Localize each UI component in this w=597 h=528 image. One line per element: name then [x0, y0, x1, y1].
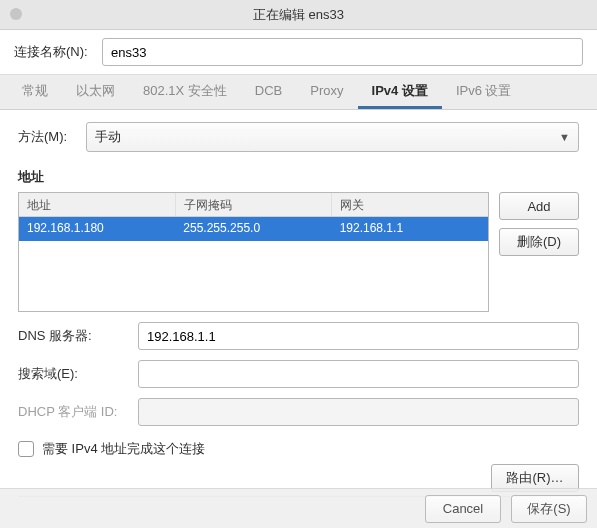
dhcp-client-id-label: DHCP 客户端 ID: [18, 403, 128, 421]
addresses-area: 地址 子网掩码 网关 192.168.1.180 255.255.255.0 1… [18, 192, 579, 312]
cell-gateway: 192.168.1.1 [332, 217, 488, 241]
chevron-down-icon: ▼ [559, 131, 570, 143]
address-buttons: Add 删除(D) [499, 192, 579, 312]
require-ipv4-row: 需要 IPv4 地址完成这个连接 [18, 440, 579, 458]
connection-name-input[interactable] [102, 38, 583, 66]
require-ipv4-checkbox[interactable] [18, 441, 34, 457]
tab-dcb[interactable]: DCB [241, 75, 296, 109]
method-combobox[interactable]: 手动 ▼ [86, 122, 579, 152]
col-netmask: 子网掩码 [176, 193, 333, 216]
dns-row: DNS 服务器: [18, 322, 579, 350]
tab-ethernet[interactable]: 以太网 [62, 75, 129, 109]
titlebar: 正在编辑 ens33 [0, 0, 597, 30]
search-domains-label: 搜索域(E): [18, 365, 128, 383]
dns-input[interactable] [138, 322, 579, 350]
method-value: 手动 [95, 128, 121, 146]
search-row: 搜索域(E): [18, 360, 579, 388]
col-address: 地址 [19, 193, 176, 216]
cancel-button[interactable]: Cancel [425, 495, 501, 523]
search-domains-input[interactable] [138, 360, 579, 388]
cell-address: 192.168.1.180 [19, 217, 175, 241]
tab-proxy[interactable]: Proxy [296, 75, 357, 109]
cell-netmask: 255.255.255.0 [175, 217, 331, 241]
dialog-footer: Cancel 保存(S) [0, 488, 597, 528]
tabs: 常规 以太网 802.1X 安全性 DCB Proxy IPv4 设置 IPv6… [0, 74, 597, 110]
tab-security[interactable]: 802.1X 安全性 [129, 75, 241, 109]
addresses-table[interactable]: 地址 子网掩码 网关 192.168.1.180 255.255.255.0 1… [18, 192, 489, 312]
require-ipv4-label: 需要 IPv4 地址完成这个连接 [42, 440, 205, 458]
window-title: 正在编辑 ens33 [253, 6, 344, 24]
save-button[interactable]: 保存(S) [511, 495, 587, 523]
window-close-button[interactable] [10, 8, 22, 20]
method-label: 方法(M): [18, 128, 72, 146]
addresses-heading: 地址 [18, 168, 579, 186]
tab-general[interactable]: 常规 [8, 75, 62, 109]
dhcp-row: DHCP 客户端 ID: [18, 398, 579, 426]
connection-name-label: 连接名称(N): [14, 43, 92, 61]
method-row: 方法(M): 手动 ▼ [18, 122, 579, 152]
dhcp-client-id-input [138, 398, 579, 426]
tab-ipv4[interactable]: IPv4 设置 [358, 75, 442, 109]
ipv4-section: 方法(M): 手动 ▼ 地址 地址 子网掩码 网关 192.168.1.180 … [0, 110, 597, 496]
dns-label: DNS 服务器: [18, 327, 128, 345]
add-button[interactable]: Add [499, 192, 579, 220]
connection-name-row: 连接名称(N): [0, 30, 597, 74]
table-row[interactable]: 192.168.1.180 255.255.255.0 192.168.1.1 [19, 217, 488, 241]
col-gateway: 网关 [332, 193, 488, 216]
addresses-header: 地址 子网掩码 网关 [19, 193, 488, 217]
extra-fields: DNS 服务器: 搜索域(E): DHCP 客户端 ID: 需要 IPv4 地址… [18, 322, 579, 492]
delete-button[interactable]: 删除(D) [499, 228, 579, 256]
tab-ipv6[interactable]: IPv6 设置 [442, 75, 526, 109]
